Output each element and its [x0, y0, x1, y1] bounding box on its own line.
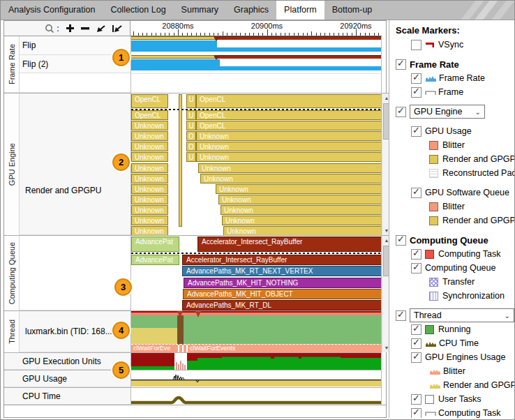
tab-analysis-configuration[interactable]: Analysis Configuration	[1, 1, 103, 20]
ruler-tick	[334, 33, 334, 36]
checkbox-computing-task[interactable]: ✓	[411, 249, 421, 260]
ruler-tick	[142, 33, 143, 36]
row-label-render-and-gpgpu[interactable]: Render and GPGPU	[4, 93, 130, 235]
tab-bottom-up[interactable]: Bottom-up	[324, 1, 380, 20]
tab-summary[interactable]: Summary	[174, 1, 226, 20]
zoom-in-button[interactable]	[66, 24, 75, 33]
area-salmon-icon	[429, 368, 441, 375]
checkbox-frame[interactable]: ✓	[411, 87, 421, 98]
gpu-packet-bar[interactable]: Unknown	[221, 205, 382, 215]
gpu-packet-chip[interactable]: O	[186, 142, 196, 151]
gpu-packet-chip[interactable]: U	[186, 94, 196, 108]
computing-task-bar[interactable]: AdvancePaths_MK_HIT_NOTHING	[184, 278, 382, 288]
checkbox-running[interactable]: ✓	[411, 324, 421, 335]
gpu-packet-bar[interactable]: Unknown	[216, 184, 382, 194]
checkbox-gpu-software-queue[interactable]: ✓	[411, 188, 421, 198]
gpu-packet-bar[interactable]: Unknown	[131, 174, 168, 183]
gpu-packet-bar[interactable]: OpenCL	[196, 94, 382, 108]
gpu-packet-chip[interactable]: U	[186, 110, 196, 120]
gpu-packet-bar[interactable]: OpenCL	[196, 121, 382, 130]
flip-row-track[interactable]	[131, 36, 382, 55]
computing-task-bar[interactable]: AdvancePaths_MK_RT_DL	[182, 300, 382, 310]
gpu-packet-bar[interactable]: Unknown	[196, 131, 382, 141]
checkbox-frame-rate[interactable]: ✓	[411, 73, 421, 84]
gpu-packet-bar[interactable]: OpenCL	[196, 110, 382, 120]
frame-rate-chart[interactable]	[130, 36, 382, 93]
computing-task-bar[interactable]: AdvancePat	[131, 255, 179, 265]
computing-task-bar[interactable]: AdvancePaths_MK_RT_NEXT_VERTEX	[182, 266, 382, 276]
checkbox-computing-queue[interactable]: ✓	[396, 235, 406, 246]
crosshatch-swatch	[429, 278, 440, 287]
checkbox-vsync[interactable]	[411, 40, 421, 50]
gpu-packet-bar[interactable]: Unknown	[196, 152, 382, 162]
thread-task-strip	[131, 311, 382, 315]
gpu-packet-bar[interactable]: Unknown	[131, 226, 168, 235]
sidebar-item-frame-rate: ✓Frame Rate	[394, 57, 515, 71]
wait-bar-sliver[interactable]	[184, 344, 186, 352]
gpu-packet-bar[interactable]: Unknown	[131, 216, 168, 225]
gpu-packet-chip[interactable]: O	[186, 131, 196, 141]
gpu-packet-bar[interactable]: Unknown	[131, 131, 168, 141]
computing-task-bar[interactable]: AdvancePaths_MK_HIT_OBJECT	[183, 289, 382, 299]
checkbox-cpu-time[interactable]: ✓	[411, 338, 421, 349]
gpu-packet-bar[interactable]: Unknown	[223, 226, 382, 235]
row-label-flip[interactable]: Flip	[4, 36, 130, 55]
ruler-tick	[214, 33, 214, 36]
gpu-packet-chip[interactable]: U	[186, 152, 196, 162]
dropdown-thread[interactable]: Thread⌄	[410, 308, 514, 322]
gpu-packet-chip[interactable]: U	[186, 121, 196, 130]
dropdown-gpu-engine[interactable]: GPU Engine⌄	[410, 105, 485, 119]
wait-bar[interactable]: clWaitForEvents	[188, 344, 382, 352]
computing-queue-chart[interactable]: AdvancePatAccelerator_Intersect_RayBuffe…	[130, 235, 382, 310]
zoom-undo-button[interactable]	[96, 24, 106, 33]
thread-chart[interactable]: clWaitForEve clWaitForEvents	[130, 310, 382, 352]
tab-platform[interactable]: Platform	[276, 1, 324, 20]
gpu-packet-bar[interactable]: Unknown	[222, 216, 382, 225]
gpu-packet-bar[interactable]: Unknown	[131, 121, 168, 130]
tab-collection-log[interactable]: Collection Log	[103, 1, 173, 20]
checkbox-gpu-usage[interactable]: ✓	[411, 126, 421, 137]
row-label-gpu-usage[interactable]: GPU Usage	[4, 370, 130, 387]
gpu-packet-bar[interactable]: Unknown	[198, 163, 382, 173]
gpu-execution-units-chart[interactable]	[130, 352, 382, 370]
cpu-time-chart[interactable]	[130, 387, 382, 405]
checkbox-user-tasks[interactable]: ✓	[411, 394, 421, 405]
checkbox-gpu-engine[interactable]: ✓	[396, 107, 406, 117]
gpu-packet-bar[interactable]: OpenCL	[131, 94, 168, 108]
checkbox-thread[interactable]: ✓	[396, 310, 406, 321]
gpu-packet-bar[interactable]: Unknown	[131, 195, 168, 204]
checkbox-computing-queue[interactable]: ✓	[411, 263, 421, 273]
tab-graphics[interactable]: Graphics	[226, 1, 276, 20]
gpu-packet-bar[interactable]: Unknown	[131, 184, 168, 194]
gpu-packet-bar[interactable]: Unknown	[200, 174, 382, 183]
gpu-packet-bar[interactable]: Unknown	[131, 152, 168, 162]
ruler-tick	[245, 33, 246, 36]
gpu-packet-bar[interactable]: Unknown	[131, 142, 168, 151]
sidebar-item-computing-task: ✓Computing Task	[394, 406, 515, 418]
checkbox-computing-task[interactable]: ✓	[411, 408, 421, 419]
row-label-gpu-execution-units[interactable]: GPU Execution Units	[4, 352, 130, 370]
zoom-fit-button[interactable]	[112, 24, 123, 33]
empty-row	[4, 405, 386, 417]
row-label-luxmark-thread[interactable]: luxmark.bin (TID: 168...	[4, 310, 130, 352]
gpu-engine-chart[interactable]: OpenCLUOpenCLOpenCLUOpenCLUnknownUOpenCL…	[130, 93, 382, 235]
row-label-cpu-time[interactable]: CPU Time	[4, 387, 130, 405]
wait-bar-sliver[interactable]	[179, 344, 182, 352]
wait-bar[interactable]: clWaitForEve	[131, 344, 178, 352]
computing-task-bar[interactable]: AdvancePat	[131, 237, 179, 252]
computing-task-bar[interactable]: Accelerator_Intersect_RayBuffer	[197, 237, 382, 252]
row-label-flip-2[interactable]: Flip (2)	[4, 55, 130, 73]
zoom-out-button[interactable]	[81, 27, 90, 31]
gpu-usage-chart[interactable]	[130, 370, 382, 387]
gpu-packet-bar[interactable]: Unknown	[218, 195, 382, 204]
time-ruler[interactable]: 20880ms20900ms20920ms	[130, 21, 382, 36]
checkbox-gpu-engines-usage[interactable]: ✓	[411, 352, 421, 363]
gpu-packet-bar[interactable]: OpenCL	[131, 110, 168, 120]
flip2-row-track[interactable]	[131, 55, 382, 73]
checkbox-frame-rate[interactable]: ✓	[396, 59, 406, 70]
gpu-packet-bar[interactable]: Unknown	[131, 163, 168, 173]
computing-task-bar[interactable]: Accelerator_Intersect_RayBuffer	[182, 255, 382, 265]
gpu-packet-bar[interactable]: Unknown	[131, 205, 168, 215]
gpu-packet-bar[interactable]: Unknown	[196, 142, 382, 151]
label: Render and GPGPU	[443, 380, 515, 390]
